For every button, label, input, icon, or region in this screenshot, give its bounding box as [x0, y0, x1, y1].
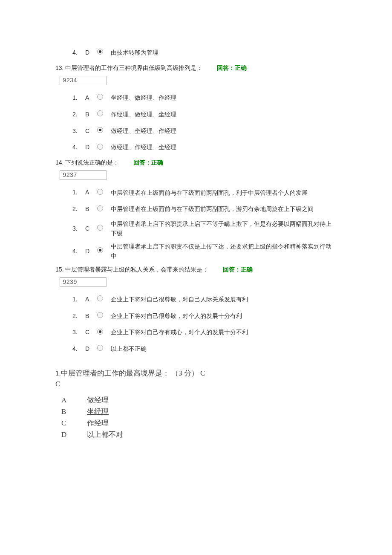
question-option: 1.A中层管理者在上级面前与在下级面前两副面孔，利于中层管理者个人的发展 [72, 186, 337, 199]
option-letter: A [61, 394, 87, 406]
option-letter: B [85, 108, 94, 121]
bottom-question: 1.中层管理者的工作的最高境界是： （3 分） C C A做经理B坐经理C作经理… [55, 368, 337, 441]
option-letter: A [85, 91, 94, 104]
option-letter: D [85, 46, 94, 59]
option-text[interactable]: 做经理 [87, 394, 109, 406]
radio-icon[interactable] [97, 295, 103, 301]
option-text: 企业上下将对自己很尊敬，对个人的发展十分有利 [111, 309, 337, 323]
question-option: 4.D中层管理者承上启下的职责不仅是上传下达，还要求把上级的指令和精神落实到行动… [72, 242, 337, 261]
question-text: 下列说法正确的是： [65, 159, 119, 166]
q12-option-d: 4. D 由技术转移为管理 [72, 46, 337, 59]
bottom-option: C作经理 [61, 417, 337, 429]
option-text: 中层管理者在上级面前与在下级面前两副面孔，利于中层管理者个人的发展 [111, 188, 337, 197]
question-option: 4.D以上都不正确 [72, 342, 337, 356]
option-text[interactable]: 坐经理 [87, 406, 109, 417]
question-option: 1.A坐经理、做经理、作经理 [72, 91, 337, 104]
option-number: 1. [72, 186, 85, 199]
radio-icon[interactable] [97, 329, 103, 335]
question-header: 15. 中层管理者暴露与上级的私人关系，会带来的结果是： 回答：正确 [55, 264, 337, 275]
option-text: 中层管理者承上启下的职责承上启下不等于瞒上欺下，但是有必要以两幅面孔对待上下级 [111, 219, 337, 238]
option-letter: D [85, 245, 94, 258]
bottom-option: B坐经理 [61, 406, 337, 417]
question-option: 3.C企业上下将对自己存有戒心，对个人的发展十分不利 [72, 326, 337, 339]
feedback-label: 回答：正确 [133, 159, 163, 166]
question-option: 3.C做经理、坐经理、作经理 [72, 124, 337, 138]
question-option: 2.B中层管理者在上级面前与在下级面前两副面孔，游刃有余地周旋在上下级之间 [72, 202, 337, 216]
question-option: 2.B作经理、做经理、坐经理 [72, 108, 337, 121]
question-number: 13. [55, 64, 63, 71]
bottom-answer: C [55, 380, 337, 388]
option-letter: C [61, 417, 87, 429]
option-letter: D [61, 429, 87, 440]
option-number: 2. [72, 108, 85, 121]
option-text: 坐经理、做经理、作经理 [111, 91, 337, 104]
option-number: 3. [72, 222, 85, 235]
option-text: 中层管理者承上启下的职责不仅是上传下达，还要求把上级的指令和精神落实到行动中 [111, 242, 337, 261]
option-text: 以上都不正确 [111, 342, 337, 356]
question-header: 14. 下列说法正确的是： 回答：正确 [55, 157, 337, 168]
option-text: 做经理、坐经理、作经理 [111, 124, 337, 138]
answer-id-box[interactable]: 9239 [60, 278, 107, 287]
radio-icon[interactable] [97, 225, 103, 231]
radio-icon[interactable] [97, 345, 103, 351]
radio-icon[interactable] [97, 189, 103, 195]
option-letter: B [85, 202, 94, 216]
option-letter: B [85, 309, 94, 323]
question-text: 中层管理者暴露与上级的私人关系，会带来的结果是： [65, 266, 208, 273]
option-number: 3. [72, 124, 85, 138]
answer-id-box[interactable]: 9237 [60, 171, 107, 180]
bottom-question-header: 1.中层管理者的工作的最高境界是： （3 分） C [55, 368, 337, 378]
option-number: 2. [72, 202, 85, 216]
bottom-option: D以上都不对 [61, 429, 337, 440]
option-letter: C [85, 124, 94, 138]
option-text: 由技术转移为管理 [111, 46, 337, 59]
question-13: 13. 中层管理者的工作有三种境界由低级到高级排列是： 回答：正确 9234 1… [55, 63, 337, 154]
radio-icon[interactable] [97, 127, 103, 133]
radio-icon[interactable] [97, 205, 103, 211]
feedback-label: 回答：正确 [223, 266, 253, 273]
option-text: 作经理、做经理、坐经理 [111, 108, 337, 121]
question-option: 4.D做经理、作经理、坐经理 [72, 141, 337, 154]
option-number: 1. [72, 91, 85, 104]
option-letter: C [85, 222, 94, 235]
question-header: 13. 中层管理者的工作有三种境界由低级到高级排列是： 回答：正确 [55, 63, 337, 73]
question-option: 1.A企业上下将对自己很尊敬，对自己人际关系发展有利 [72, 293, 337, 306]
option-letter: D [85, 141, 94, 154]
option-letter: D [85, 342, 94, 356]
question-text: 中层管理者的工作有三种境界由低级到高级排列是： [65, 64, 202, 71]
radio-icon[interactable] [97, 144, 103, 150]
option-text: 做经理、作经理、坐经理 [111, 141, 337, 154]
radio-icon[interactable] [97, 247, 103, 253]
question-15: 15. 中层管理者暴露与上级的私人关系，会带来的结果是： 回答：正确 9239 … [55, 264, 337, 356]
answer-id-box[interactable]: 9234 [60, 76, 107, 85]
option-letter: A [85, 293, 94, 306]
option-number: 1. [72, 293, 85, 306]
radio-icon[interactable] [97, 110, 103, 116]
question-option: 3.C中层管理者承上启下的职责承上启下不等于瞒上欺下，但是有必要以两幅面孔对待上… [72, 219, 337, 238]
option-letter: C [85, 326, 94, 339]
option-letter: B [61, 406, 87, 417]
option-number: 4. [72, 46, 85, 59]
question-14: 14. 下列说法正确的是： 回答：正确 9237 1.A中层管理者在上级面前与在… [55, 157, 337, 260]
option-text: 作经理 [87, 417, 109, 429]
option-letter: A [85, 186, 94, 199]
question-12-partial: 4. D 由技术转移为管理 [55, 46, 337, 59]
question-number: 14. [55, 159, 63, 166]
question-number: 15. [55, 266, 63, 273]
option-text: 企业上下将对自己存有戒心，对个人的发展十分不利 [111, 326, 337, 339]
question-option: 2.B企业上下将对自己很尊敬，对个人的发展十分有利 [72, 309, 337, 323]
option-number: 4. [72, 141, 85, 154]
radio-icon[interactable] [97, 94, 103, 100]
option-text: 企业上下将对自己很尊敬，对自己人际关系发展有利 [111, 293, 337, 306]
bottom-option: A做经理 [61, 394, 337, 406]
option-number: 2. [72, 309, 85, 323]
option-number: 4. [72, 245, 85, 258]
option-number: 4. [72, 342, 85, 356]
radio-icon[interactable] [97, 49, 103, 55]
radio-icon[interactable] [97, 312, 103, 318]
option-number: 3. [72, 326, 85, 339]
feedback-label: 回答：正确 [217, 64, 247, 71]
option-text: 以上都不对 [87, 429, 123, 440]
option-text: 中层管理者在上级面前与在下级面前两副面孔，游刃有余地周旋在上下级之间 [111, 204, 337, 214]
